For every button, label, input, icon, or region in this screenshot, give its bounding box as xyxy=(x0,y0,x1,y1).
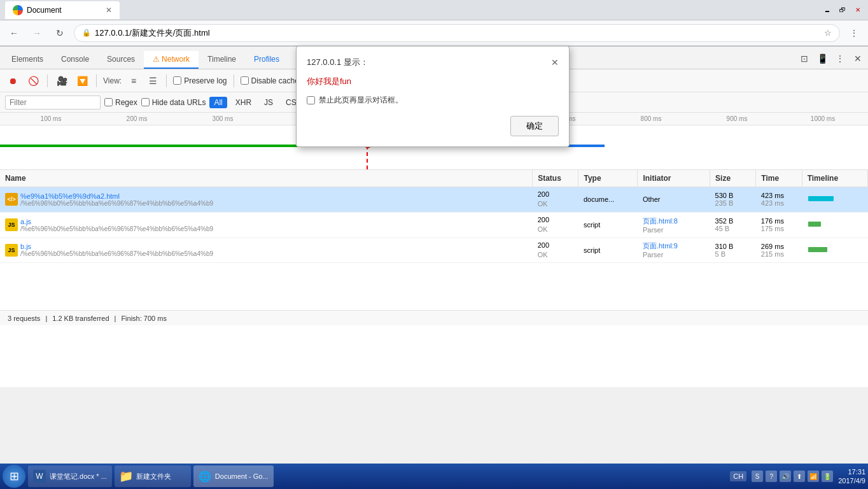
mini-bar-teal xyxy=(808,196,834,201)
row3-name: JS b.js /%e6%96%b0%e5%bb%ba%e6%96%87%e4%… xyxy=(0,237,533,263)
col-size[interactable]: Size xyxy=(710,170,756,187)
alert-message: 你好我是fun xyxy=(307,76,559,87)
size-cell: 530 B 235 B xyxy=(715,192,751,207)
row1-timeline xyxy=(802,187,867,213)
filter-xhr-button[interactable]: XHR xyxy=(231,97,256,108)
requests-count: 3 requests xyxy=(8,315,40,322)
initiator-cell-2: 页面.html:8 Parser xyxy=(643,216,705,234)
initiator-type-2: Parser xyxy=(643,226,705,234)
row1-name: </> %e9%a1%b5%e9%9d%a2.html /%e6%96%b0%e… xyxy=(0,187,533,213)
timeline-mini-2 xyxy=(807,220,839,229)
security-icon: 🔒 xyxy=(82,29,91,37)
devtools-device-button[interactable]: 📱 xyxy=(815,51,830,66)
tab-sources[interactable]: Sources xyxy=(98,51,144,69)
table-row[interactable]: JS a.js /%e6%96%b0%e5%bb%ba%e6%96%87%e4%… xyxy=(0,212,868,237)
taskbar-item-chrome[interactable]: 🌐 Document - Go... xyxy=(193,465,274,487)
tab-elements[interactable]: Elements xyxy=(3,51,52,69)
filter-button[interactable]: 🔽 xyxy=(74,73,90,89)
status-bar: 3 requests | 1.2 KB transferred | Finish… xyxy=(0,310,868,325)
taskbar-item-notes-label: 课堂笔记.docx * ... xyxy=(50,472,107,481)
size-2-3: 5 B xyxy=(715,250,751,258)
initiator-link-3[interactable]: 页面.html:9 xyxy=(643,241,705,251)
clear-button[interactable]: 🚫 xyxy=(25,73,41,89)
row3-initiator: 页面.html:9 Parser xyxy=(638,237,710,263)
devtools-inspect-button[interactable]: ⊡ xyxy=(797,51,812,66)
col-time[interactable]: Time xyxy=(756,170,802,187)
table-row[interactable]: </> %e9%a1%b5%e9%9d%a2.html /%e6%96%b0%e… xyxy=(0,187,868,213)
initiator-type-3: Parser xyxy=(643,251,705,259)
hide-data-urls-checkbox[interactable] xyxy=(141,98,150,106)
preserve-log-checkbox[interactable] xyxy=(173,76,181,85)
size-cell-2: 352 B 45 B xyxy=(715,217,751,232)
devtools-close-button[interactable]: ✕ xyxy=(850,51,865,66)
url-bar[interactable]: 🔒 127.0.0.1/新建文件夹/页面.html ☆ xyxy=(74,24,840,42)
filter-js-button[interactable]: JS xyxy=(260,97,277,108)
row2-name-primary: a.js xyxy=(20,218,213,225)
row1-status: 200 OK xyxy=(533,187,578,213)
filter-input[interactable] xyxy=(5,96,101,110)
forward-button[interactable]: → xyxy=(28,24,46,42)
network-table: Name Status Type Initiator Size Time Tim… xyxy=(0,170,868,263)
alert-checkbox[interactable] xyxy=(307,96,315,104)
col-timeline[interactable]: Timeline xyxy=(802,170,867,187)
alert-overlay: 127.0.0.1 显示： ✕ 你好我是fun 禁止此页再显示对话框。 确定 xyxy=(296,46,570,147)
time-cell: 423 ms 423 ms xyxy=(761,192,797,207)
taskbar-right: CH S ? 🔊 ⬆ 📶 🔋 17:31 2017/4/9 xyxy=(730,467,865,486)
size-1: 530 B xyxy=(715,192,751,199)
disable-cache-checkbox[interactable] xyxy=(241,76,249,85)
time-1-3: 269 ms xyxy=(761,243,797,250)
taskbar: ⊞ W 课堂笔记.docx * ... 📁 新建文件夹 🌐 Document -… xyxy=(0,464,868,489)
browser-tab[interactable]: Document ✕ xyxy=(5,1,120,19)
status-ok-2: OK xyxy=(538,225,573,234)
disable-cache-text: Disable cache xyxy=(251,76,299,85)
tab-title: Document xyxy=(27,6,62,15)
view-grouped-button[interactable]: ☰ xyxy=(146,74,160,88)
taskbar-icon-chrome: 🌐 xyxy=(199,470,211,483)
start-button[interactable]: ⊞ xyxy=(3,465,25,488)
window-controls: 🗕 🗗 ✕ xyxy=(822,5,863,15)
tab-network[interactable]: ⚠Network xyxy=(144,51,199,69)
bookmark-icon[interactable]: ☆ xyxy=(824,28,832,38)
devtools-more-button[interactable]: ⋮ xyxy=(832,51,848,66)
status-200-3: 200 xyxy=(538,241,573,250)
tab-close-button[interactable]: ✕ xyxy=(106,6,112,15)
timeline-mini-3 xyxy=(807,245,839,254)
alert-close-button[interactable]: ✕ xyxy=(551,57,559,67)
view-list-button[interactable]: ≡ xyxy=(127,74,141,88)
tab-timeline[interactable]: Timeline xyxy=(199,51,245,69)
network-table-container[interactable]: Name Status Type Initiator Size Time Tim… xyxy=(0,170,868,310)
record-button[interactable]: ⏺ xyxy=(5,73,20,89)
taskbar-item-notes[interactable]: W 课堂笔记.docx * ... xyxy=(28,465,112,487)
disable-cache-label[interactable]: Disable cache xyxy=(241,76,299,85)
alert-ok-button[interactable]: 确定 xyxy=(510,116,559,136)
regex-label[interactable]: Regex xyxy=(104,98,137,107)
screenshot-button[interactable]: 🎥 xyxy=(54,73,69,89)
alert-checkbox-row: 禁止此页再显示对话框。 xyxy=(307,95,559,106)
separator-4 xyxy=(234,74,234,87)
regex-checkbox[interactable] xyxy=(104,98,113,106)
col-initiator[interactable]: Initiator xyxy=(638,170,710,187)
close-button[interactable]: ✕ xyxy=(853,5,863,15)
minimize-button[interactable]: 🗕 xyxy=(822,5,832,15)
table-row[interactable]: JS b.js /%e6%96%b0%e5%bb%ba%e6%96%87%e4%… xyxy=(0,237,868,263)
timeline-mini xyxy=(807,194,839,203)
initiator-link-2[interactable]: 页面.html:8 xyxy=(643,216,705,226)
tab-console[interactable]: Console xyxy=(52,51,98,69)
lang-badge: CH xyxy=(730,471,746,481)
tab-profiles[interactable]: Profiles xyxy=(245,51,288,69)
transferred-size: 1.2 KB transferred xyxy=(52,315,109,322)
taskbar-item-folder[interactable]: 📁 新建文件夹 xyxy=(115,465,191,487)
preserve-log-label[interactable]: Preserve log xyxy=(173,76,227,85)
row2-time: 176 ms 175 ms xyxy=(756,212,802,237)
col-name[interactable]: Name xyxy=(0,170,533,187)
row2-name: JS a.js /%e6%96%b0%e5%bb%ba%e6%96%87%e4%… xyxy=(0,212,533,237)
hide-data-urls-label[interactable]: Hide data URLs xyxy=(141,98,206,107)
tray-icon-6: 🔋 xyxy=(822,471,833,482)
col-type[interactable]: Type xyxy=(578,170,638,187)
filter-all-button[interactable]: All xyxy=(209,97,227,108)
back-button[interactable]: ← xyxy=(5,24,23,42)
maximize-button[interactable]: 🗗 xyxy=(837,5,848,15)
menu-button[interactable]: ⋮ xyxy=(845,24,863,42)
refresh-button[interactable]: ↻ xyxy=(51,24,69,42)
col-status[interactable]: Status xyxy=(533,170,578,187)
